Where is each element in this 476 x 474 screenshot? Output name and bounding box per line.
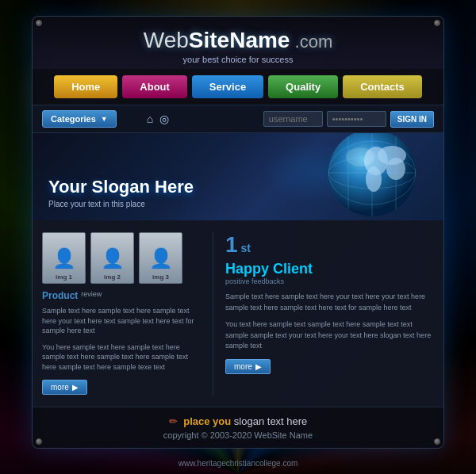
- product-label: Product review: [42, 290, 201, 301]
- product-img-3: 👤 img 3: [139, 232, 182, 284]
- product-desc-1: Sample text here sample text here sample…: [42, 306, 201, 336]
- rank-suffix: st: [241, 242, 251, 254]
- tagline: your best choice for success: [33, 55, 443, 64]
- hero-sub: Place your text in this place: [48, 200, 194, 208]
- happy-title: Happy Client: [225, 261, 313, 277]
- product-desc-2: You here sample text here sample text he…: [42, 342, 201, 373]
- categories-label: Categories: [51, 114, 96, 124]
- screw-top-right: [434, 20, 440, 26]
- categories-button[interactable]: Categories ▼: [42, 110, 117, 128]
- product-review: review: [81, 290, 102, 298]
- happy-section: 1 st Happy Client positive feedbacks Sam…: [225, 232, 434, 395]
- header: WebSiteName .com your best choice for su…: [33, 17, 443, 69]
- hero-text: Your Slogan Here Place your text in this…: [33, 165, 209, 220]
- screw-bottom-right: [434, 438, 440, 445]
- content-divider: [213, 232, 213, 395]
- home-icon[interactable]: ⌂: [147, 113, 153, 125]
- footer-slogan: ✏ place you slogan text here: [40, 415, 436, 427]
- img-label-2: img 2: [104, 273, 121, 281]
- product-more-arrow-icon: ▶: [72, 383, 79, 392]
- img-label-3: img 3: [152, 273, 169, 281]
- password-input[interactable]: [327, 111, 386, 127]
- categories-arrow-icon: ▼: [101, 115, 108, 123]
- happy-sub: positive feedbacks: [225, 277, 434, 285]
- product-title: Product: [42, 290, 78, 301]
- toolbar: Categories ▼ ⌂ ◎ SIGN IN: [33, 105, 443, 133]
- svg-point-12: [346, 147, 374, 166]
- wifi-icon: ◎: [159, 113, 169, 125]
- product-img-2: 👤 img 2: [90, 232, 134, 284]
- product-img-1: 👤 img 1: [42, 232, 86, 284]
- person-icon-2: 👤: [101, 249, 125, 268]
- happy-text-2: You text here sample text sample text he…: [225, 319, 434, 352]
- happy-text-1: Sample text here sample text here your t…: [225, 292, 434, 313]
- nav-service[interactable]: Service: [192, 75, 263, 98]
- site-title: WebSiteName .com: [33, 28, 443, 53]
- rank-number: 1: [225, 232, 238, 258]
- footer: ✏ place you slogan text here copyright ©…: [33, 407, 443, 448]
- hero-globe: [324, 133, 428, 220]
- person-icon-3: 👤: [149, 249, 173, 268]
- signin-button[interactable]: SIGN IN: [390, 111, 434, 128]
- nav-quality[interactable]: Quality: [268, 75, 338, 98]
- nav-contacts[interactable]: Contacts: [343, 75, 422, 98]
- footer-copyright: copyright © 2003-2020 WebSite Name: [40, 430, 436, 440]
- username-input[interactable]: [263, 111, 323, 127]
- bottom-links: www.heritagechristiancollege.com: [0, 449, 476, 474]
- rank-badge: 1 st: [225, 232, 434, 258]
- hero-slogan: Your Slogan Here: [48, 177, 194, 197]
- nav-home[interactable]: Home: [54, 75, 117, 98]
- happy-more-arrow-icon: ▶: [255, 362, 262, 371]
- product-section: 👤 img 1 👤 img 2 👤 img 3 Product review S…: [42, 232, 201, 395]
- person-icon-1: 👤: [52, 249, 76, 268]
- toolbar-icons: ⌂ ◎: [147, 113, 169, 125]
- content-section: 👤 img 1 👤 img 2 👤 img 3 Product review S…: [33, 220, 443, 407]
- footer-place: place you: [183, 415, 231, 427]
- pencil-icon: ✏: [169, 415, 178, 427]
- screw-top-left: [36, 20, 42, 26]
- title-com: .com: [290, 32, 332, 52]
- footer-slogan-rest: slogan text here: [234, 415, 308, 427]
- product-more-button[interactable]: more ▶: [42, 380, 87, 395]
- bottom-link[interactable]: www.heritagechristiancollege.com: [178, 459, 298, 468]
- toolbar-inputs: SIGN IN: [263, 111, 434, 128]
- happy-more-button[interactable]: more ▶: [225, 359, 271, 374]
- navigation: Home About Service Quality Contacts: [33, 69, 443, 105]
- img-label-1: img 1: [56, 273, 72, 281]
- main-container: WebSiteName .com your best choice for su…: [32, 16, 444, 449]
- screw-bottom-left: [36, 438, 42, 445]
- svg-point-3: [366, 166, 382, 192]
- hero-section: Your Slogan Here Place your text in this…: [33, 133, 443, 220]
- happy-more-label: more: [234, 362, 252, 371]
- title-sitename: SiteName: [189, 28, 290, 52]
- nav-about[interactable]: About: [122, 75, 187, 98]
- title-web: Web: [144, 28, 189, 52]
- product-images: 👤 img 1 👤 img 2 👤 img 3: [42, 232, 201, 284]
- product-more-label: more: [51, 383, 69, 392]
